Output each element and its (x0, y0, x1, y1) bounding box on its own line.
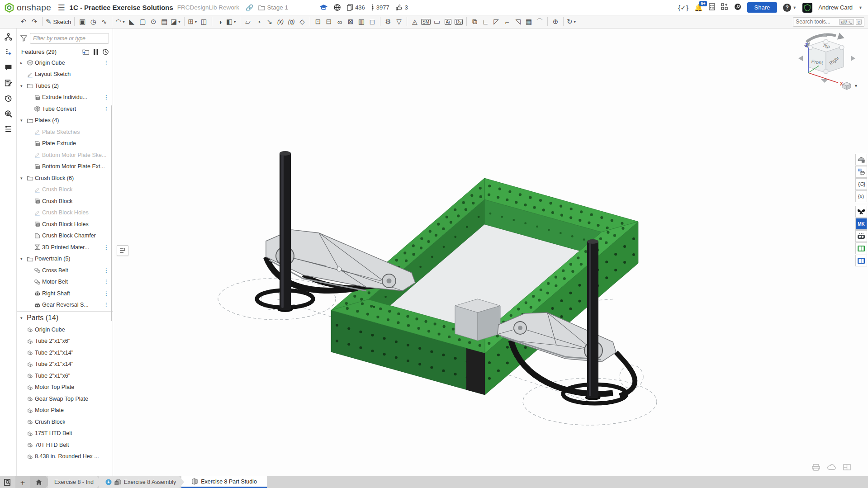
butterfly-app-button[interactable] (855, 206, 867, 218)
tree-item-motor-top-plate[interactable]: Motor Top Plate (17, 382, 113, 393)
feature-folder-crush-block-6[interactable]: ▾Crush Block (6) (17, 172, 113, 184)
add-tab-button[interactable]: ＋ (15, 476, 30, 488)
tree-item-crush-block[interactable]: Crush Block (17, 416, 113, 428)
redo-icon[interactable]: ↷ (29, 16, 40, 27)
help-menu[interactable]: ? ▼ (783, 4, 797, 12)
tree-item-gear-swap-top-plate[interactable]: Gear Swap Top Plate (17, 393, 113, 405)
ai-icon[interactable]: Ai (442, 16, 453, 27)
workspace-selector[interactable]: Stage 1 (258, 4, 289, 11)
feedback-icon[interactable]: {✓} (678, 4, 688, 12)
share-button[interactable]: Share (747, 2, 778, 13)
context-menu-dots-icon[interactable]: ⋮ (104, 60, 113, 66)
expander-chevron-icon[interactable]: ▾ (20, 84, 27, 88)
home-tab[interactable] (30, 476, 51, 488)
display-mode-dropdown[interactable]: ▼ (842, 82, 858, 90)
plane-icon[interactable]: ▱ (242, 16, 253, 27)
helix-icon[interactable]: ◔ (253, 16, 264, 27)
tree-item-origin-cube[interactable]: ▸Origin Cube⋮ (17, 57, 113, 69)
link-icon[interactable]: 🔗 (246, 4, 253, 11)
tab-exercise-8-part-studio[interactable]: Exercise 8 Part Studio (181, 476, 267, 488)
appearance-panel-button[interactable] (855, 154, 867, 166)
new-folder-icon[interactable] (82, 49, 90, 55)
rotate-left-arrow[interactable] (798, 56, 803, 61)
bend-icon[interactable]: ∟ (480, 16, 491, 27)
thread-icon[interactable]: ▤ (159, 16, 170, 27)
education-icon[interactable] (320, 5, 327, 10)
search-icon[interactable] (5, 110, 12, 118)
tree-item-origin-cube[interactable]: Origin Cube (17, 324, 113, 336)
sweep-icon[interactable]: ∿ (99, 16, 109, 27)
printer-icon[interactable] (812, 464, 820, 471)
robot-app-button[interactable] (855, 230, 867, 242)
public-icon[interactable] (334, 4, 341, 11)
tree-item-right-shaft[interactable]: Right Shaft⋮ (17, 288, 113, 299)
follow-icon[interactable] (5, 48, 12, 56)
battery-icon[interactable]: ▭ (432, 16, 442, 27)
context-menu-dots-icon[interactable]: ⋮ (104, 94, 113, 100)
fold-icon[interactable]: ⧉ (469, 16, 480, 27)
tree-item-cross-belt[interactable]: Cross Belt⋮ (17, 265, 113, 276)
sheet-icon[interactable]: ▥ (356, 16, 367, 27)
notifications-bell-icon[interactable]: 🔔9+ (694, 4, 703, 12)
apps-grid-icon[interactable] (721, 3, 728, 12)
import-icon[interactable]: ↘ (264, 16, 275, 27)
chevron-down-icon[interactable]: ▼ (178, 20, 181, 24)
part-insert-icon[interactable]: ⊡ (313, 16, 323, 27)
release-notes-icon[interactable] (5, 79, 12, 87)
bom-panel-button[interactable] (855, 166, 867, 178)
tasks-icon[interactable] (709, 3, 715, 12)
origin-target-icon[interactable]: ⊕ (550, 16, 561, 27)
variable-icon[interactable]: (x) (275, 16, 286, 27)
split-icon[interactable]: ◧▼ (225, 16, 237, 27)
feature-list-icon[interactable] (5, 125, 12, 133)
history-icon[interactable] (5, 95, 12, 102)
parts-section-header[interactable]: ▾ Parts (14) (17, 312, 113, 324)
rotate-down-arrow[interactable] (821, 79, 828, 83)
revolve-icon[interactable]: ◷ (88, 16, 99, 27)
draft-icon[interactable]: ◪▼ (170, 16, 182, 27)
belt-feature-icon[interactable]: ∞ (334, 16, 345, 27)
sketch-icon[interactable]: ✎Sketch (45, 16, 72, 27)
learning-center-icon[interactable] (734, 3, 741, 12)
tree-item-tube-2-x1-x6[interactable]: Tube 2"x1"x6" (17, 370, 113, 382)
shell-icon[interactable]: ▢ (137, 16, 148, 27)
chevron-down-icon[interactable]: ▼ (233, 20, 237, 24)
main-menu-icon[interactable]: ☰ (51, 3, 69, 13)
robot-feature-icon[interactable]: ⊟ (323, 16, 334, 27)
tree-item-crush-block[interactable]: Crush Block (17, 195, 113, 207)
tab-exercise-8-assembly[interactable]: Exercise 8 Assembly (99, 476, 184, 488)
custom-panel-button[interactable]: {} (855, 178, 867, 190)
tree-item-crush-block-holes[interactable]: Crush Block Holes (17, 207, 113, 219)
filter-feature-icon[interactable]: ▽ (394, 16, 404, 27)
tree-item-tube-2-x1-x6[interactable]: Tube 2"x1"x6" (17, 336, 113, 347)
panel-scrollbar[interactable] (111, 105, 112, 321)
undo-icon[interactable]: ↶ (18, 16, 29, 27)
suppress-icon[interactable] (94, 49, 98, 55)
tree-item-plate-extrude[interactable]: Plate Extrude (17, 138, 113, 150)
tree-item-crush-block[interactable]: Crush Block (17, 184, 113, 196)
tree-item-bottom-motor-plate-ske[interactable]: Bottom Motor Plate Ske... (17, 149, 113, 161)
lamp-icon[interactable]: ◬ (409, 16, 420, 27)
robot-feature2-icon[interactable]: ⊠ (345, 16, 356, 27)
blue-library-app-button[interactable] (855, 255, 867, 266)
rollback-icon[interactable] (102, 48, 109, 55)
user-menu-chevron-icon[interactable]: ▼ (859, 5, 863, 10)
tab-search-icon[interactable] (0, 476, 15, 488)
tree-item-gear-reversal-s[interactable]: Gear Reversal S...⋮ (17, 299, 113, 311)
variable-studio-icon[interactable]: (q) (286, 16, 297, 27)
tree-item-3d-printed-mater[interactable]: 3D Printed Mater...⋮ (17, 242, 113, 253)
tree-item-tube-2-x1-x14[interactable]: Tube 2"x1"x14" (17, 347, 113, 359)
onshape-logo[interactable]: onshape (0, 3, 51, 13)
versions-icon[interactable] (5, 33, 12, 41)
configuration-panel-button[interactable]: {x) (855, 190, 867, 202)
avatar[interactable] (802, 3, 812, 13)
gear-feature-icon[interactable]: ⚙ (383, 16, 394, 27)
flatten-icon[interactable]: ◸ (491, 16, 502, 27)
expander-chevron-icon[interactable]: ▾ (20, 256, 27, 261)
expander-chevron-icon[interactable]: ▾ (20, 176, 27, 180)
feature-folder-powertrain-5[interactable]: ▾Powertrain (5) (17, 253, 113, 265)
feature-filter-input[interactable] (30, 33, 109, 44)
boolean-icon[interactable]: ◑ (214, 16, 225, 27)
tree-item-crush-block-holes[interactable]: Crush Block Holes (17, 218, 113, 230)
weldment-icon[interactable]: ◻ (367, 16, 378, 27)
